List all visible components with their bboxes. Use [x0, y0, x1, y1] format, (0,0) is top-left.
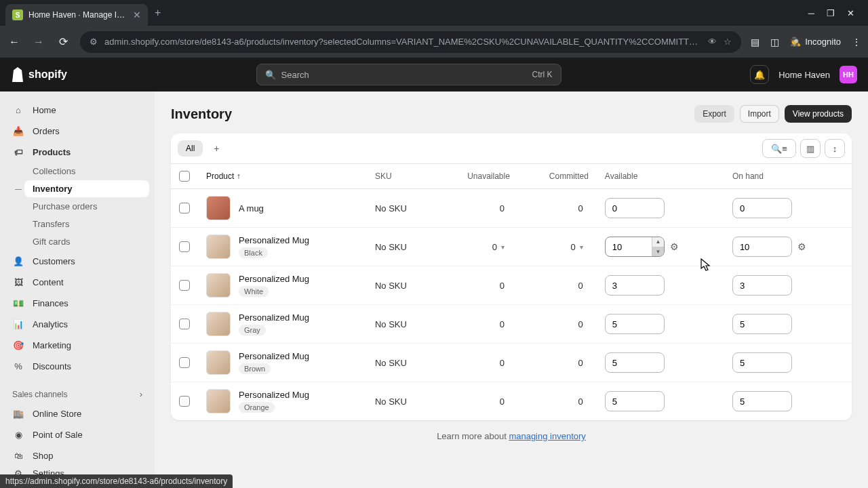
col-product[interactable]: Product ↑ — [198, 164, 367, 189]
step-up-button[interactable]: ▲ — [652, 237, 664, 247]
nav-customers[interactable]: 👤Customers — [5, 251, 149, 271]
nav-content[interactable]: 🖼Content — [5, 272, 149, 292]
col-committed[interactable]: Committed — [518, 164, 597, 189]
on-hand-input[interactable] — [732, 237, 792, 257]
notifications-button[interactable]: 🔔 — [750, 65, 769, 84]
forward-icon[interactable]: → — [31, 36, 46, 48]
step-down-button[interactable]: ▼ — [652, 247, 664, 257]
nav-finances[interactable]: 💵Finances — [5, 293, 149, 313]
product-name[interactable]: A mug — [239, 203, 264, 214]
on-hand-input[interactable] — [732, 352, 792, 373]
row-checkbox[interactable] — [179, 319, 190, 329]
nav-marketing[interactable]: 🎯Marketing — [5, 335, 149, 355]
nav-collections[interactable]: Collections — [24, 163, 149, 180]
on-hand-input[interactable] — [732, 275, 792, 296]
menu-icon[interactable]: ⋮ — [852, 37, 861, 47]
maximize-icon[interactable]: ❐ — [827, 8, 835, 18]
page-title: Inventory — [171, 106, 232, 122]
nav-transfers[interactable]: Transfers — [24, 216, 149, 232]
managing-inventory-link[interactable]: managing inventory — [509, 431, 585, 441]
back-icon[interactable]: ← — [7, 36, 22, 48]
inventory-card: All + 🔍≡ ▥ ↕ Product ↑ SKU Unavailable C… — [171, 134, 852, 420]
nav-analytics[interactable]: 📊Analytics — [5, 314, 149, 334]
available-input[interactable] — [605, 352, 665, 373]
row-checkbox[interactable] — [179, 203, 190, 214]
chevron-down-icon[interactable]: ▾ — [580, 243, 583, 251]
chevron-down-icon[interactable]: ▾ — [501, 243, 505, 251]
url-bar[interactable]: ⚙ admin.shopify.com/store/de8143-a6/prod… — [80, 31, 741, 53]
nav-discounts[interactable]: %Discounts — [5, 356, 149, 376]
columns-icon: ▥ — [806, 144, 814, 154]
browser-tab[interactable]: S Home Haven · Manage Invento ✕ — [5, 4, 148, 26]
search-shortcut: Ctrl K — [532, 70, 553, 79]
adjust-icon[interactable]: ⚙ — [670, 241, 679, 252]
adjust-icon[interactable]: ⚙ — [797, 241, 806, 252]
view-products-button[interactable]: View products — [785, 105, 852, 123]
nav-inventory[interactable]: Inventory — [24, 180, 149, 197]
product-name[interactable]: Personalized Mug — [239, 312, 309, 323]
on-hand-input[interactable] — [732, 314, 792, 334]
close-tab-icon[interactable]: ✕ — [133, 9, 141, 20]
variant-tag: Black — [239, 247, 268, 258]
store-name[interactable]: Home Haven — [778, 70, 830, 80]
import-button[interactable]: Import — [740, 105, 779, 123]
product-thumbnail[interactable] — [206, 196, 231, 220]
search-filter-button[interactable]: 🔍≡ — [762, 139, 796, 158]
available-input[interactable] — [605, 275, 665, 296]
product-thumbnail[interactable] — [206, 273, 231, 298]
avatar[interactable]: HH — [840, 66, 857, 83]
product-thumbnail[interactable] — [206, 350, 231, 375]
product-thumbnail[interactable] — [206, 235, 231, 259]
product-thumbnail[interactable] — [206, 389, 231, 413]
select-all-checkbox[interactable] — [179, 171, 190, 182]
nav-purchase-orders[interactable]: Purchase orders — [24, 198, 149, 215]
reload-icon[interactable]: ⟳ — [56, 35, 71, 48]
on-hand-input[interactable] — [732, 391, 792, 411]
unavailable-cell: 0▾ — [435, 228, 518, 266]
row-checkbox[interactable] — [179, 396, 190, 407]
nav-pos[interactable]: ◉Point of Sale — [5, 424, 149, 445]
col-on-hand[interactable]: On hand — [724, 164, 852, 189]
available-input[interactable] — [605, 391, 665, 411]
product-thumbnail[interactable] — [206, 312, 231, 336]
sales-channels-header[interactable]: Sales channels › — [5, 386, 149, 403]
nav-products[interactable]: 🏷Products — [5, 142, 149, 162]
row-checkbox[interactable] — [179, 241, 190, 252]
on-hand-input[interactable] — [732, 198, 792, 218]
panel-icon[interactable]: ◫ — [770, 37, 779, 47]
product-name[interactable]: Personalized Mug — [239, 274, 309, 284]
col-available[interactable]: Available — [597, 164, 724, 189]
nav-home[interactable]: ⌂Home — [5, 100, 149, 120]
col-unavailable[interactable]: Unavailable — [435, 164, 518, 189]
no-track-icon[interactable]: 👁 — [708, 37, 717, 47]
col-sku[interactable]: SKU — [367, 164, 435, 189]
extensions-icon[interactable]: ▤ — [751, 37, 760, 47]
tune-icon[interactable]: ⚙ — [90, 37, 98, 47]
export-button[interactable]: Export — [694, 105, 734, 123]
table-row: Personalized Mug White No SKU 0 0 — [171, 266, 852, 305]
product-name[interactable]: Personalized Mug — [239, 390, 309, 400]
product-name[interactable]: Personalized Mug — [239, 235, 309, 245]
nav-orders[interactable]: 📥Orders — [5, 121, 149, 141]
row-checkbox[interactable] — [179, 280, 190, 291]
close-window-icon[interactable]: ✕ — [847, 8, 854, 18]
available-input[interactable] — [605, 198, 665, 218]
tab-all[interactable]: All — [178, 140, 203, 157]
sort-button[interactable]: ↕ — [825, 139, 845, 158]
add-view-button[interactable]: + — [208, 140, 224, 157]
new-tab-button[interactable]: + — [155, 7, 161, 19]
bookmark-icon[interactable]: ☆ — [724, 37, 732, 47]
pos-icon: ◉ — [12, 428, 24, 441]
row-checkbox[interactable] — [179, 357, 190, 368]
image-icon: 🖼 — [12, 276, 24, 288]
nav-online-store[interactable]: 🏬Online Store — [5, 403, 149, 424]
available-input[interactable] — [605, 314, 665, 334]
browser-status-bar: https://admin.shopify.com/store/de8143-a… — [0, 474, 233, 488]
product-name[interactable]: Personalized Mug — [239, 351, 309, 361]
minimize-icon[interactable]: ─ — [808, 8, 814, 18]
nav-gift-cards[interactable]: Gift cards — [24, 233, 149, 250]
bell-icon: 🔔 — [754, 70, 765, 80]
columns-button[interactable]: ▥ — [800, 139, 821, 158]
shopify-logo[interactable]: shopify — [11, 67, 67, 82]
search-input[interactable]: 🔍 Search Ctrl K — [256, 64, 561, 85]
